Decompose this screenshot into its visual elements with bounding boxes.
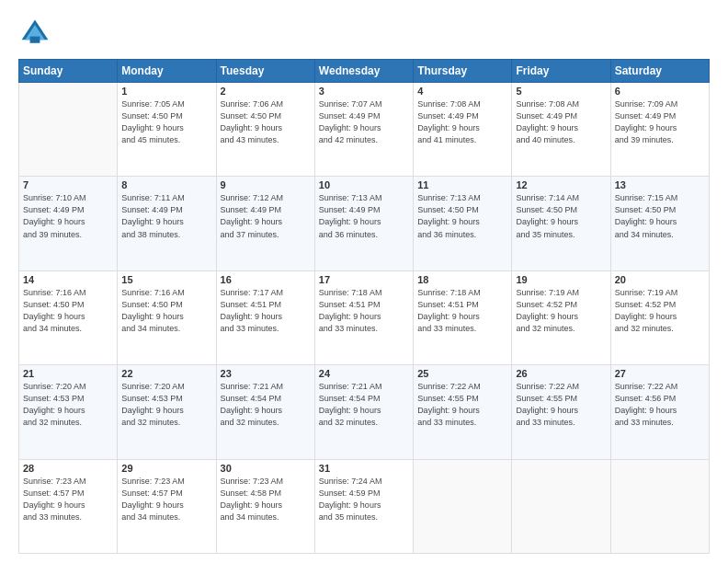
- day-info: Sunrise: 7:23 AMSunset: 4:58 PMDaylight:…: [221, 476, 311, 523]
- day-info: Sunrise: 7:14 AMSunset: 4:50 PMDaylight:…: [516, 192, 606, 240]
- calendar-cell: 3Sunrise: 7:07 AMSunset: 4:49 PMDaylight…: [314, 83, 413, 177]
- calendar-cell: 4Sunrise: 7:08 AMSunset: 4:49 PMDaylight…: [414, 83, 512, 177]
- day-info: Sunrise: 7:21 AMSunset: 4:54 PMDaylight:…: [221, 381, 311, 429]
- day-info: Sunrise: 7:20 AMSunset: 4:53 PMDaylight:…: [23, 381, 113, 429]
- day-info: Sunrise: 7:11 AMSunset: 4:49 PMDaylight:…: [121, 192, 211, 240]
- logo: [18, 17, 55, 50]
- day-number: 29: [121, 463, 211, 474]
- calendar-cell: 11Sunrise: 7:13 AMSunset: 4:50 PMDayligh…: [414, 177, 512, 270]
- day-info: Sunrise: 7:05 AMSunset: 4:50 PMDaylight:…: [121, 98, 211, 146]
- calendar-cell: [414, 459, 512, 553]
- day-number: 21: [23, 368, 113, 379]
- day-number: 2: [221, 86, 311, 97]
- svg-rect-2: [30, 37, 40, 43]
- day-number: 8: [121, 179, 211, 190]
- day-number: 9: [221, 179, 311, 190]
- day-info: Sunrise: 7:18 AMSunset: 4:51 PMDaylight:…: [319, 287, 409, 335]
- day-info: Sunrise: 7:23 AMSunset: 4:57 PMDaylight:…: [121, 476, 211, 523]
- calendar-cell: 14Sunrise: 7:16 AMSunset: 4:50 PMDayligh…: [19, 270, 118, 364]
- calendar-table: SundayMondayTuesdayWednesdayThursdayFrid…: [18, 59, 710, 554]
- day-info: Sunrise: 7:12 AMSunset: 4:49 PMDaylight:…: [221, 192, 311, 240]
- calendar-cell: [19, 83, 118, 177]
- header: [18, 17, 710, 50]
- calendar-week-1: 1Sunrise: 7:05 AMSunset: 4:50 PMDaylight…: [19, 83, 710, 177]
- day-number: 10: [319, 179, 409, 190]
- day-number: 30: [221, 463, 311, 474]
- day-info: Sunrise: 7:21 AMSunset: 4:54 PMDaylight:…: [319, 381, 409, 429]
- weekday-header-row: SundayMondayTuesdayWednesdayThursdayFrid…: [19, 60, 710, 83]
- day-number: 19: [516, 274, 606, 285]
- day-info: Sunrise: 7:06 AMSunset: 4:50 PMDaylight:…: [221, 98, 311, 146]
- day-number: 14: [23, 274, 113, 285]
- day-info: Sunrise: 7:23 AMSunset: 4:57 PMDaylight:…: [23, 476, 113, 523]
- weekday-header-tuesday: Tuesday: [216, 60, 314, 83]
- calendar-cell: 10Sunrise: 7:13 AMSunset: 4:49 PMDayligh…: [314, 177, 413, 270]
- calendar-cell: 15Sunrise: 7:16 AMSunset: 4:50 PMDayligh…: [118, 270, 216, 364]
- calendar-cell: [610, 459, 709, 553]
- day-number: 6: [615, 86, 705, 97]
- calendar-cell: 9Sunrise: 7:12 AMSunset: 4:49 PMDaylight…: [216, 177, 314, 270]
- day-number: 28: [23, 463, 113, 474]
- calendar-week-3: 14Sunrise: 7:16 AMSunset: 4:50 PMDayligh…: [19, 270, 710, 364]
- calendar-cell: 7Sunrise: 7:10 AMSunset: 4:49 PMDaylight…: [19, 177, 118, 270]
- day-number: 13: [615, 179, 705, 190]
- day-info: Sunrise: 7:13 AMSunset: 4:50 PMDaylight:…: [417, 192, 507, 240]
- day-number: 20: [615, 274, 705, 285]
- calendar-cell: 2Sunrise: 7:06 AMSunset: 4:50 PMDaylight…: [216, 83, 314, 177]
- calendar-cell: 22Sunrise: 7:20 AMSunset: 4:53 PMDayligh…: [118, 365, 216, 459]
- calendar-cell: 12Sunrise: 7:14 AMSunset: 4:50 PMDayligh…: [512, 177, 610, 270]
- calendar-cell: [512, 459, 610, 553]
- day-number: 4: [417, 86, 507, 97]
- calendar-cell: 29Sunrise: 7:23 AMSunset: 4:57 PMDayligh…: [118, 459, 216, 553]
- day-info: Sunrise: 7:20 AMSunset: 4:53 PMDaylight:…: [121, 381, 211, 429]
- calendar-week-5: 28Sunrise: 7:23 AMSunset: 4:57 PMDayligh…: [19, 459, 710, 553]
- calendar-cell: 21Sunrise: 7:20 AMSunset: 4:53 PMDayligh…: [19, 365, 118, 459]
- day-info: Sunrise: 7:07 AMSunset: 4:49 PMDaylight:…: [319, 98, 409, 146]
- day-info: Sunrise: 7:08 AMSunset: 4:49 PMDaylight:…: [516, 98, 606, 146]
- day-number: 7: [23, 179, 113, 190]
- day-number: 18: [417, 274, 507, 285]
- day-number: 17: [319, 274, 409, 285]
- calendar-cell: 24Sunrise: 7:21 AMSunset: 4:54 PMDayligh…: [314, 365, 413, 459]
- logo-icon: [18, 17, 51, 50]
- calendar-week-4: 21Sunrise: 7:20 AMSunset: 4:53 PMDayligh…: [19, 365, 710, 459]
- calendar-week-2: 7Sunrise: 7:10 AMSunset: 4:49 PMDaylight…: [19, 177, 710, 270]
- day-info: Sunrise: 7:22 AMSunset: 4:55 PMDaylight:…: [417, 381, 507, 429]
- calendar-cell: 5Sunrise: 7:08 AMSunset: 4:49 PMDaylight…: [512, 83, 610, 177]
- calendar-cell: 18Sunrise: 7:18 AMSunset: 4:51 PMDayligh…: [414, 270, 512, 364]
- day-info: Sunrise: 7:17 AMSunset: 4:51 PMDaylight:…: [221, 287, 311, 335]
- calendar-cell: 16Sunrise: 7:17 AMSunset: 4:51 PMDayligh…: [216, 270, 314, 364]
- calendar-cell: 6Sunrise: 7:09 AMSunset: 4:49 PMDaylight…: [610, 83, 709, 177]
- calendar-cell: 23Sunrise: 7:21 AMSunset: 4:54 PMDayligh…: [216, 365, 314, 459]
- calendar-cell: 17Sunrise: 7:18 AMSunset: 4:51 PMDayligh…: [314, 270, 413, 364]
- day-info: Sunrise: 7:19 AMSunset: 4:52 PMDaylight:…: [516, 287, 606, 335]
- weekday-header-monday: Monday: [118, 60, 216, 83]
- calendar-cell: 26Sunrise: 7:22 AMSunset: 4:55 PMDayligh…: [512, 365, 610, 459]
- day-number: 15: [121, 274, 211, 285]
- day-info: Sunrise: 7:22 AMSunset: 4:56 PMDaylight:…: [615, 381, 705, 429]
- calendar-cell: 19Sunrise: 7:19 AMSunset: 4:52 PMDayligh…: [512, 270, 610, 364]
- weekday-header-wednesday: Wednesday: [314, 60, 413, 83]
- day-number: 22: [121, 368, 211, 379]
- day-info: Sunrise: 7:18 AMSunset: 4:51 PMDaylight:…: [417, 287, 507, 335]
- calendar-cell: 30Sunrise: 7:23 AMSunset: 4:58 PMDayligh…: [216, 459, 314, 553]
- day-number: 3: [319, 86, 409, 97]
- day-number: 31: [319, 463, 409, 474]
- day-info: Sunrise: 7:09 AMSunset: 4:49 PMDaylight:…: [615, 98, 705, 146]
- day-info: Sunrise: 7:13 AMSunset: 4:49 PMDaylight:…: [319, 192, 409, 240]
- page: SundayMondayTuesdayWednesdayThursdayFrid…: [0, 0, 728, 563]
- day-number: 1: [121, 86, 211, 97]
- weekday-header-thursday: Thursday: [414, 60, 512, 83]
- day-number: 26: [516, 368, 606, 379]
- day-info: Sunrise: 7:08 AMSunset: 4:49 PMDaylight:…: [417, 98, 507, 146]
- calendar-cell: 31Sunrise: 7:24 AMSunset: 4:59 PMDayligh…: [314, 459, 413, 553]
- day-info: Sunrise: 7:15 AMSunset: 4:50 PMDaylight:…: [615, 192, 705, 240]
- calendar-cell: 13Sunrise: 7:15 AMSunset: 4:50 PMDayligh…: [610, 177, 709, 270]
- weekday-header-sunday: Sunday: [19, 60, 118, 83]
- day-info: Sunrise: 7:19 AMSunset: 4:52 PMDaylight:…: [615, 287, 705, 335]
- day-number: 12: [516, 179, 606, 190]
- calendar-cell: 28Sunrise: 7:23 AMSunset: 4:57 PMDayligh…: [19, 459, 118, 553]
- day-number: 16: [221, 274, 311, 285]
- day-number: 5: [516, 86, 606, 97]
- calendar-cell: 20Sunrise: 7:19 AMSunset: 4:52 PMDayligh…: [610, 270, 709, 364]
